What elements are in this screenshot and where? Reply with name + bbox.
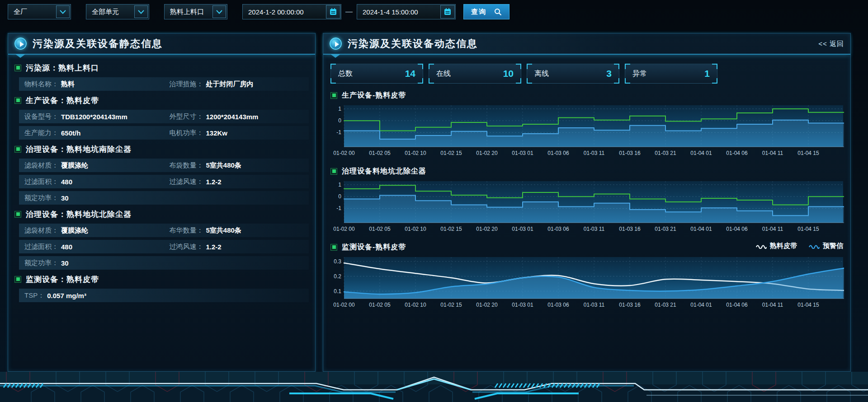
stat-value: 3 bbox=[606, 68, 612, 79]
info-value: TDB1200*204143mm bbox=[61, 113, 127, 121]
info-label: 治理措施： bbox=[170, 80, 203, 89]
datetime-to-input[interactable]: 2024-1-4 15:00:00 bbox=[357, 4, 456, 19]
info-cell: 生产能力：650t/h bbox=[19, 129, 164, 137]
chart-svg: 10-101-02 0001-02 0501-02 1001-02 1501-0… bbox=[330, 103, 844, 159]
legend-item[interactable]: 熟料皮带 bbox=[756, 242, 797, 250]
topbar-select-plant[interactable]: 全厂 bbox=[8, 4, 71, 19]
calendar-to-button[interactable] bbox=[440, 5, 455, 19]
search-button[interactable]: 查询 bbox=[463, 4, 509, 19]
chart-svg: 10-101-02 0001-02 0501-02 1001-02 1501-0… bbox=[330, 179, 844, 235]
info-value: 650t/h bbox=[61, 129, 80, 137]
info-row: 生产能力：650t/h电机功率：132Kw bbox=[19, 126, 309, 140]
x-axis-label: 01-02 20 bbox=[476, 302, 498, 308]
calendar-from-button[interactable] bbox=[326, 5, 340, 19]
x-axis-label: 01-04 06 bbox=[726, 150, 748, 156]
info-cell: 额定功率：30 bbox=[19, 259, 164, 267]
green-square-icon bbox=[330, 244, 337, 251]
dropdown-button[interactable] bbox=[134, 5, 148, 18]
green-square-icon bbox=[14, 146, 21, 153]
datetime-from-input[interactable]: 2024-1-2 00:00:00 bbox=[242, 4, 341, 19]
section-title: 治理设备：熟料地坑南除尘器 bbox=[26, 144, 132, 154]
legend-wave-icon bbox=[756, 243, 767, 249]
info-label: 滤袋材质： bbox=[24, 161, 58, 170]
corner-bracket bbox=[330, 78, 336, 84]
info-row: 物料名称：熟料治理措施：处于封闭厂房内 bbox=[19, 77, 309, 91]
corner-bracket bbox=[429, 64, 434, 69]
datetime-to-value: 2024-1-4 15:00:00 bbox=[357, 8, 440, 16]
chart-legend: 熟料皮带预警信 bbox=[744, 242, 843, 250]
info-label: 过滤面积： bbox=[24, 243, 58, 251]
info-cell: 电机功率：132Kw bbox=[164, 129, 309, 137]
corner-bracket bbox=[330, 64, 336, 69]
date-separator: — bbox=[341, 8, 357, 16]
info-value: 5室共480条 bbox=[206, 161, 241, 170]
dropdown-button[interactable] bbox=[56, 5, 70, 18]
x-axis-label: 01-03 21 bbox=[655, 150, 676, 156]
section-header: 治理设备：熟料地坑北除尘器 bbox=[14, 207, 309, 221]
chart-svg: 0.30.20.101-02 0001-02 0501-02 1001-02 1… bbox=[330, 255, 844, 311]
topbar-select-point[interactable]: 熟料上料口 bbox=[164, 4, 227, 19]
info-label: 过滤风速： bbox=[170, 178, 203, 186]
y-axis-tick: 0 bbox=[338, 193, 341, 200]
info-label: 电机功率： bbox=[170, 129, 203, 137]
green-square-icon bbox=[14, 97, 21, 104]
select-value: 全厂 bbox=[8, 8, 56, 16]
info-label: 额定功率： bbox=[24, 194, 58, 202]
y-axis-tick: 1 bbox=[338, 182, 341, 188]
play-icon bbox=[330, 37, 342, 50]
info-value: 覆膜涤纶 bbox=[61, 226, 88, 235]
series-area-blue bbox=[344, 196, 844, 223]
stat-value: 10 bbox=[503, 68, 514, 79]
info-value: 1.2-2 bbox=[206, 178, 222, 186]
static-sections: 污染源：熟料上料口物料名称：熟料治理措施：处于封闭厂房内生产设备：熟料皮带设备型… bbox=[8, 55, 315, 302]
x-axis-label: 01-02 15 bbox=[440, 302, 462, 308]
back-button[interactable]: << 返回 bbox=[818, 40, 844, 48]
corner-bracket bbox=[625, 64, 630, 69]
y-axis-tick: 0 bbox=[338, 117, 341, 124]
corner-bracket bbox=[614, 64, 619, 69]
x-axis-label: 01-02 10 bbox=[405, 226, 426, 232]
chart-block: 0.30.20.101-02 0001-02 0501-02 1001-02 1… bbox=[330, 255, 843, 311]
x-axis-label: 01-04 01 bbox=[690, 150, 712, 156]
x-axis-label: 01-02 10 bbox=[405, 150, 426, 156]
info-label: 外型尺寸： bbox=[170, 112, 203, 121]
dropdown-button[interactable] bbox=[212, 5, 226, 18]
chevron-down-icon bbox=[60, 10, 66, 14]
corner-bracket bbox=[625, 78, 630, 84]
x-axis-label: 01-04 15 bbox=[797, 302, 819, 308]
info-label: TSP： bbox=[24, 291, 44, 300]
info-row: 额定功率：30 bbox=[19, 191, 309, 205]
green-square-icon bbox=[330, 168, 337, 175]
x-axis-label: 01-02 05 bbox=[369, 150, 391, 156]
info-value: 30 bbox=[61, 194, 69, 202]
stat-value: 1 bbox=[704, 68, 710, 79]
select-row: 全厂全部单元熟料上料口 bbox=[8, 4, 242, 19]
x-axis-label: 01-03 01 bbox=[512, 150, 533, 156]
info-row: 滤袋材质：覆膜涤纶布袋数量：5室共480条 bbox=[19, 159, 309, 172]
topbar-select-unit[interactable]: 全部单元 bbox=[86, 4, 149, 19]
x-axis-label: 01-03 16 bbox=[619, 226, 641, 232]
stat-card-在线: 在线10 bbox=[429, 64, 521, 84]
select-value: 熟料上料口 bbox=[165, 8, 212, 16]
search-icon bbox=[494, 8, 502, 16]
corner-bracket bbox=[527, 78, 532, 84]
info-cell: 布华数量：5室共480条 bbox=[164, 226, 309, 235]
x-axis-label: 01-03 21 bbox=[655, 226, 676, 232]
x-axis-label: 01-04 06 bbox=[726, 302, 748, 308]
info-cell: 过滤面积：480 bbox=[19, 243, 164, 251]
x-axis-label: 01-03 11 bbox=[584, 150, 605, 156]
x-axis-label: 01-03 06 bbox=[547, 226, 569, 232]
info-row: 滤袋材质：覆膜涤纶布华数量：5室共480条 bbox=[19, 224, 309, 237]
charts-container: 生产设备-熟料皮带10-101-02 0001-02 0501-02 1001-… bbox=[323, 90, 850, 311]
static-panel-title: 污染源及关联设备静态信息 bbox=[33, 37, 163, 51]
info-value: 1.2-2 bbox=[206, 243, 222, 251]
info-value: 480 bbox=[61, 178, 72, 186]
info-value: 30 bbox=[61, 259, 69, 267]
stat-card-异常: 异常1 bbox=[625, 64, 717, 84]
y-axis-tick: 0.1 bbox=[334, 288, 341, 294]
legend-item[interactable]: 预警信 bbox=[809, 242, 843, 250]
info-label: 过鸿风速： bbox=[170, 243, 203, 251]
info-value: 0.057 mg/m³ bbox=[47, 292, 86, 299]
section-header: 治理设备：熟料地坑南除尘器 bbox=[14, 142, 309, 156]
x-axis-label: 01-02 15 bbox=[440, 226, 462, 232]
